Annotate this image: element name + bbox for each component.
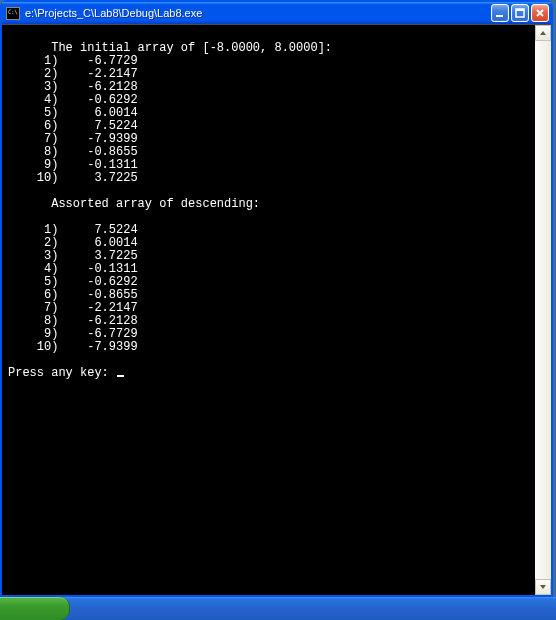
- console-output: The initial array of [-8.0000, 8.0000]: …: [2, 24, 551, 595]
- svg-rect-2: [516, 9, 524, 11]
- chevron-up-icon: [539, 29, 547, 37]
- vertical-scrollbar[interactable]: [535, 25, 551, 595]
- console-prompt: Press any key:: [8, 367, 551, 380]
- maximize-icon: [515, 8, 525, 18]
- close-icon: [535, 8, 545, 18]
- cursor: [117, 375, 124, 377]
- console-window: e:\Projects_C\Lab8\Debug\Lab8.exe The in…: [0, 0, 553, 597]
- scrollbar-track[interactable]: [535, 41, 551, 579]
- console-line: 10) 3.7225: [8, 172, 551, 185]
- window-controls: [491, 4, 549, 22]
- minimize-icon: [495, 8, 505, 18]
- svg-rect-0: [496, 15, 503, 17]
- console-line: 10) -7.9399: [8, 341, 551, 354]
- command-prompt-icon: [6, 7, 20, 20]
- window-title: e:\Projects_C\Lab8\Debug\Lab8.exe: [25, 7, 491, 19]
- titlebar[interactable]: e:\Projects_C\Lab8\Debug\Lab8.exe: [2, 2, 551, 24]
- chevron-down-icon: [539, 583, 547, 591]
- console-line: Assorted array of descending:: [8, 198, 551, 211]
- start-button[interactable]: [0, 597, 70, 620]
- scroll-down-button[interactable]: [535, 579, 551, 595]
- minimize-button[interactable]: [491, 4, 509, 22]
- maximize-button[interactable]: [511, 4, 529, 22]
- scroll-up-button[interactable]: [535, 25, 551, 41]
- close-button[interactable]: [531, 4, 549, 22]
- taskbar[interactable]: [0, 597, 556, 620]
